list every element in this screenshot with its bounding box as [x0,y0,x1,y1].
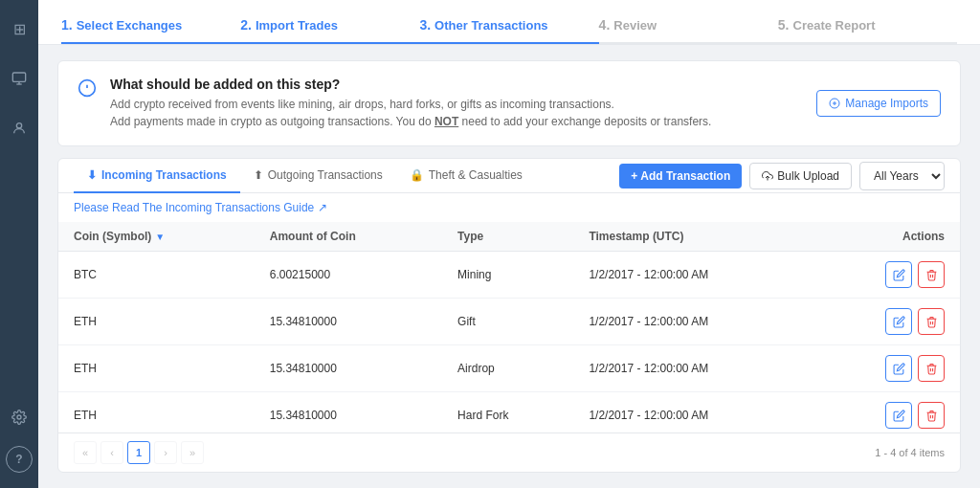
step-4-title: Review [613,18,657,33]
page-last-button[interactable]: » [181,441,204,464]
step-5-title: Create Report [793,18,876,33]
bulk-upload-button[interactable]: Bulk Upload [749,163,852,189]
pagination-info: 1 - 4 of 4 items [875,447,945,458]
cell-timestamp: 1/2/2017 - 12:00:00 AM [573,252,814,299]
info-line2: Add payments made in crypto as outgoing … [110,113,711,130]
delete-button[interactable] [918,402,945,429]
info-text: What should be added on this step? Add c… [110,77,711,130]
table-row: ETH 15.34810000 Hard Fork 1/2/2017 - 12:… [58,392,960,433]
cell-type: Airdrop [442,345,573,392]
cell-actions [815,345,960,392]
cell-coin: ETH [58,345,255,392]
main-content: 1. Select Exchanges 2. Import Trades 3. … [38,0,980,488]
cell-type: Hard Fork [442,392,573,433]
col-header-actions: Actions [815,222,960,252]
info-line2-prefix: Add payments made in crypto as outgoing … [110,115,434,128]
tab-incoming-label: Incoming Transactions [101,168,227,182]
delete-button[interactable] [918,308,945,335]
step-3-num: 3. [419,17,431,33]
info-line2-bold: NOT [434,115,458,128]
step-3[interactable]: 3. Other Transactions [419,17,598,44]
info-icon [78,78,97,102]
step-4-num: 4. [599,17,611,33]
transactions-panel: ⬇ Incoming Transactions ⬆ Outgoing Trans… [57,158,961,473]
step-2-title: Import Trades [256,18,338,33]
step-1[interactable]: 1. Select Exchanges [61,17,240,44]
page-current: 1 [127,441,150,464]
manage-imports-label: Manage Imports [845,97,928,110]
col-header-type: Type [442,222,573,252]
step-2-num: 2. [240,17,252,33]
info-line1: Add crypto received from events like min… [110,96,711,113]
table-wrapper: Coin (Symbol) ▼ Amount of Coin Type Time… [58,222,960,433]
table-header-row: Coin (Symbol) ▼ Amount of Coin Type Time… [58,222,960,252]
step-1-title: Select Exchanges [77,18,183,33]
cell-coin: ETH [58,299,255,345]
add-transaction-button[interactable]: + Add Transaction [619,164,742,189]
sidebar-icon-help[interactable]: ? [6,446,33,473]
delete-button[interactable] [918,355,945,382]
step-2[interactable]: 2. Import Trades [240,17,419,44]
cell-type: Gift [442,299,573,345]
cell-amount: 15.34810000 [255,345,442,392]
cell-type: Mining [442,252,573,299]
delete-button[interactable] [918,261,945,288]
cell-amount: 6.00215000 [255,252,442,299]
info-title: What should be added on this step? [110,77,711,92]
edit-button[interactable] [885,261,912,288]
cell-actions [815,252,960,299]
tab-incoming[interactable]: ⬇ Incoming Transactions [74,159,240,193]
pagination-controls: « ‹ 1 › » [74,441,204,464]
step-4[interactable]: 4. Review [599,17,778,44]
transactions-table: Coin (Symbol) ▼ Amount of Coin Type Time… [58,222,960,433]
step-5-num: 5. [778,17,790,33]
tab-incoming-icon: ⬇ [87,168,97,182]
svg-rect-0 [12,73,25,81]
guide-link-text: Please Read The Incoming Transactions Gu… [74,201,327,214]
table-row: ETH 15.34810000 Gift 1/2/2017 - 12:00:00… [58,299,960,345]
page-first-button[interactable]: « [74,441,97,464]
edit-button[interactable] [885,355,912,382]
content-area: What should be added on this step? Add c… [38,45,980,488]
cell-coin: BTC [58,252,255,299]
sidebar-icon-settings[interactable] [6,404,33,431]
page-prev-button[interactable]: ‹ [100,441,123,464]
pagination: « ‹ 1 › » 1 - 4 of 4 items [58,433,960,472]
tab-outgoing[interactable]: ⬆ Outgoing Transactions [240,159,396,193]
col-header-timestamp: Timestamp (UTC) [573,222,814,252]
cell-actions [815,299,960,345]
tab-outgoing-icon: ⬆ [254,168,263,182]
cell-timestamp: 1/2/2017 - 12:00:00 AM [573,345,814,392]
table-row: ETH 15.34810000 Airdrop 1/2/2017 - 12:00… [58,345,960,392]
info-line2-suffix: need to add your exchange deposits or tr… [458,115,711,128]
tab-actions: + Add Transaction Bulk Upload All Years … [619,162,945,190]
page-next-button[interactable]: › [154,441,177,464]
cell-amount: 15.34810000 [255,299,442,345]
sidebar-icon-monitor[interactable] [6,65,33,92]
cell-coin: ETH [58,392,255,433]
svg-point-3 [16,123,21,128]
step-3-title: Other Transactions [434,18,547,33]
edit-button[interactable] [885,308,912,335]
cell-amount: 15.34810000 [255,392,442,433]
year-filter-select[interactable]: All Years 2017 2018 2019 2020 2021 [859,162,945,190]
cell-actions [815,392,960,433]
tab-theft[interactable]: 🔒 Theft & Casualties [396,159,536,193]
steps-bar: 1. Select Exchanges 2. Import Trades 3. … [38,0,980,45]
tab-theft-label: Theft & Casualties [429,168,523,182]
table-row: BTC 6.00215000 Mining 1/2/2017 - 12:00:0… [58,252,960,299]
cell-timestamp: 1/2/2017 - 12:00:00 AM [573,392,814,433]
edit-button[interactable] [885,402,912,429]
col-header-amount: Amount of Coin [255,222,442,252]
tab-outgoing-label: Outgoing Transactions [268,168,383,182]
guide-link[interactable]: Please Read The Incoming Transactions Gu… [58,193,960,222]
sidebar-icon-user[interactable] [6,115,33,142]
filter-icon[interactable]: ▼ [155,232,165,242]
sidebar-icon-layers[interactable]: ⊞ [6,15,33,42]
sidebar: ⊞ ? [0,0,38,488]
step-1-num: 1. [61,17,73,33]
step-5[interactable]: 5. Create Report [778,17,957,44]
tab-theft-icon: 🔒 [410,168,424,182]
info-box: What should be added on this step? Add c… [57,60,961,146]
manage-imports-button[interactable]: Manage Imports [816,90,941,117]
